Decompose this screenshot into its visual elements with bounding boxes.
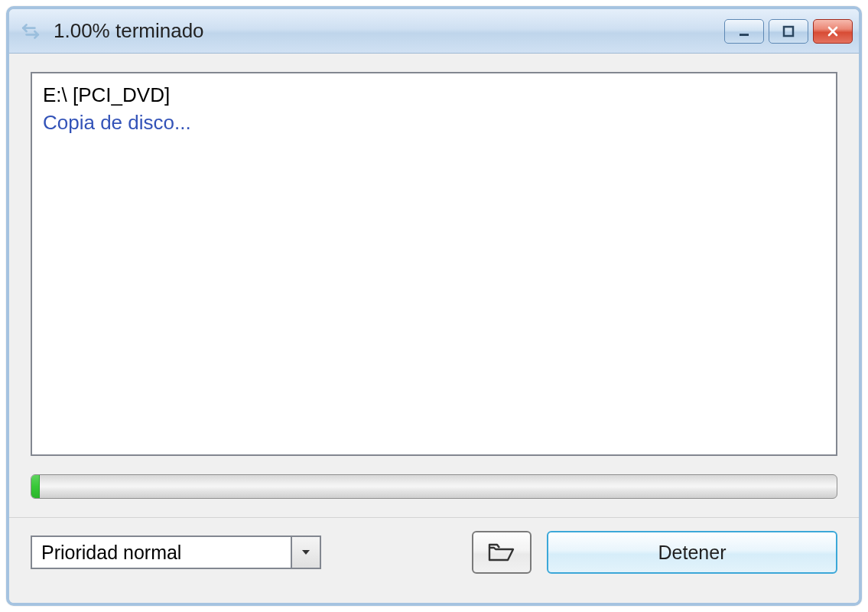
window-title: 1.00% terminado — [54, 19, 712, 43]
progress-window: 1.00% terminado E:\ [PCI_DVD] Copia de d… — [6, 6, 862, 606]
chevron-down-icon[interactable] — [291, 537, 320, 568]
priority-selected-value: Prioridad normal — [32, 542, 291, 564]
bottom-bar: Prioridad normal Detener — [9, 519, 859, 603]
log-source-path: E:\ [PCI_DVD] — [43, 81, 825, 109]
priority-select[interactable]: Prioridad normal — [31, 536, 321, 569]
svg-marker-2 — [302, 550, 310, 555]
app-icon — [20, 21, 41, 42]
log-status-text: Copia de disco... — [43, 109, 825, 136]
stop-button[interactable]: Detener — [547, 531, 837, 574]
open-folder-icon — [488, 542, 515, 563]
svg-rect-1 — [784, 27, 793, 36]
log-box: E:\ [PCI_DVD] Copia de disco... — [31, 72, 837, 456]
maximize-button[interactable] — [769, 19, 808, 44]
window-controls — [724, 19, 853, 44]
progress-bar — [31, 474, 837, 499]
svg-rect-0 — [740, 34, 749, 36]
titlebar[interactable]: 1.00% terminado — [9, 9, 859, 54]
minimize-button[interactable] — [724, 19, 764, 44]
stop-button-label: Detener — [658, 542, 727, 564]
progress-fill — [31, 475, 40, 498]
open-folder-button[interactable] — [472, 531, 532, 574]
client-area: E:\ [PCI_DVD] Copia de disco... — [9, 54, 859, 519]
close-button[interactable] — [813, 19, 853, 44]
